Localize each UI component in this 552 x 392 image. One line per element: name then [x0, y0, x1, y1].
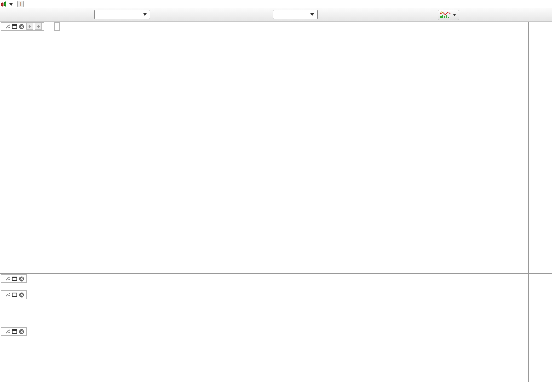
chart-canvas[interactable] [0, 0, 552, 392]
wrench-icon[interactable] [5, 276, 10, 281]
window-icon[interactable] [12, 292, 17, 297]
panel-separator[interactable] [0, 289, 552, 289]
panel-separator[interactable] [0, 326, 552, 326]
wrench-icon[interactable] [5, 24, 10, 29]
candlestick-logo-icon [1, 1, 7, 7]
close-icon[interactable] [19, 292, 24, 298]
price-axis-border [528, 21, 529, 382]
year-range-info [54, 22, 60, 31]
macd-panel-header [1, 290, 27, 299]
wrench-icon[interactable] [5, 292, 10, 297]
prorealtime-window: i [0, 0, 552, 392]
rsi-panel-header [1, 327, 27, 336]
chevron-down-icon [310, 13, 314, 16]
wrench-icon[interactable] [5, 329, 10, 334]
price-panel-header [1, 22, 44, 31]
plot-left-border [0, 21, 0, 382]
period-select[interactable] [273, 10, 318, 19]
chevron-down-icon [453, 14, 456, 16]
toolbar [0, 8, 552, 22]
info-icon[interactable]: i [17, 1, 24, 7]
chart-type-icon [439, 11, 451, 19]
time-axis [0, 382, 552, 392]
move-indicator-down-icon[interactable] [26, 23, 33, 30]
title-bar: i [0, 0, 552, 8]
close-icon[interactable] [19, 329, 24, 334]
copyright-note [2, 265, 4, 271]
window-icon[interactable] [12, 276, 17, 281]
symbol-dropdown-caret[interactable] [9, 3, 13, 6]
close-icon[interactable] [19, 276, 24, 282]
volume-panel-header [1, 274, 27, 283]
panel-separator[interactable] [0, 273, 552, 274]
window-icon[interactable] [12, 24, 17, 29]
move-indicator-up-icon[interactable] [35, 23, 42, 30]
units-select[interactable] [94, 10, 150, 19]
chevron-down-icon [143, 13, 147, 16]
chart-type-button[interactable] [438, 10, 459, 20]
close-icon[interactable] [19, 24, 24, 29]
window-icon[interactable] [12, 329, 17, 334]
